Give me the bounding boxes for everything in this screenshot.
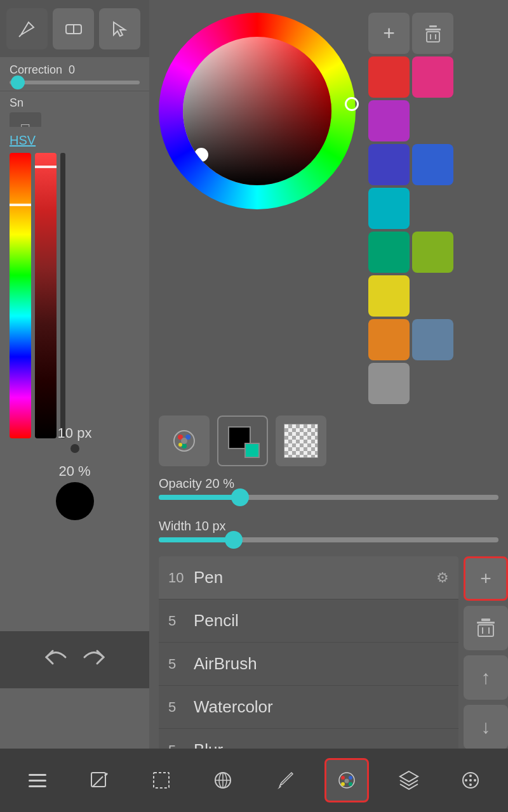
color-swatch-teal[interactable] [368,232,410,273]
color-swatch-cyan[interactable] [368,188,410,229]
selection-btn[interactable] [139,758,184,802]
px-display: 10 px [0,425,149,442]
foreground-bg-mode-btn[interactable] [217,416,268,466]
undo-btn[interactable] [43,645,69,675]
width-label: Width 10 px [159,519,498,534]
opacity-fill [159,495,240,500]
svg-point-35 [469,779,472,782]
move-down-brush-btn[interactable]: ↓ [464,705,508,749]
eraser-tool-btn[interactable] [53,8,94,49]
redo-btn[interactable] [81,645,107,675]
svg-point-33 [345,779,349,783]
svg-rect-3 [429,25,437,27]
bottom-toolbar [0,749,508,812]
hsv-section: HSV [0,127,149,445]
brush-row-watercolor[interactable]: 5 Watercolor [159,686,458,729]
sat-slider[interactable] [35,153,57,438]
width-slider[interactable] [159,537,498,542]
color-swatch-left[interactable] [56,482,94,520]
edit-btn[interactable] [77,758,121,802]
hsv-sliders [10,153,140,438]
svg-rect-4 [427,32,439,42]
color-swatch-red[interactable] [368,56,410,98]
main-area: + [149,0,508,752]
percent-label: 20 % [58,463,90,479]
color-swatches-panel: + [368,13,453,404]
pointer-tool-btn[interactable] [99,8,140,49]
swatch-row-3b [368,275,453,317]
color-tool-btn[interactable] [324,758,369,802]
svg-point-32 [349,782,352,786]
color-swatch-pink[interactable] [412,56,453,98]
menu-btn[interactable] [15,758,60,802]
svg-rect-15 [478,625,493,636]
add-color-btn[interactable]: + [368,13,410,54]
settings-btn[interactable] [448,758,493,802]
layers-btn[interactable] [387,758,431,802]
pen-tool-btn[interactable] [6,8,48,49]
dot-preview [70,444,79,453]
snap-label: Sn [10,96,23,109]
brush-name-pen: Pen [194,568,436,587]
svg-rect-20 [29,785,46,787]
color-swatch-lime[interactable] [412,232,453,273]
svg-line-22 [93,776,103,787]
brush-name-watercolor: Watercolor [194,697,449,717]
opacity-thumb[interactable] [231,488,249,506]
brush-num-pencil: 5 [168,613,194,629]
delete-color-btn[interactable] [412,13,453,54]
correction-slider[interactable] [10,81,140,84]
swatch-row-3 [368,232,453,273]
brush-num-pen: 10 [168,570,194,586]
width-fill [159,537,234,542]
brush-row-pen[interactable]: 10 Pen ⚙ [159,556,458,599]
width-thumb[interactable] [225,531,243,549]
undo-redo-bar [0,631,149,688]
color-square[interactable] [183,37,331,185]
color-swatch-purple[interactable] [368,100,410,141]
swatch-row-2b [368,188,453,229]
color-sq-thumb[interactable] [194,148,208,162]
svg-rect-14 [481,619,490,621]
color-ring-thumb[interactable] [345,97,359,111]
brush-name-pencil: Pencil [194,611,449,631]
color-swatch-yellow[interactable] [368,275,410,317]
add-brush-btn[interactable]: + [464,556,508,601]
brush-row-pencil[interactable]: 5 Pencil [159,599,458,643]
hsv-label[interactable]: HSV [10,133,140,148]
correction-label: Correction 0 [10,63,140,77]
svg-point-36 [469,775,472,777]
move-up-brush-btn[interactable]: ↑ [464,655,508,700]
svg-point-39 [474,779,476,782]
svg-point-30 [349,776,352,780]
color-wheel-section: + [149,0,508,410]
color-swatch-blue[interactable] [368,144,410,185]
color-swatch-steelblue[interactable] [412,319,453,360]
opacity-slider[interactable] [159,495,498,500]
color-wheel-inner[interactable] [183,37,331,185]
svg-point-31 [341,782,345,786]
hue-thumb[interactable] [10,204,31,206]
sat-thumb[interactable] [35,166,57,168]
correction-slider-thumb[interactable] [11,75,25,89]
svg-point-11 [178,443,182,447]
brush-tool-btn[interactable] [263,758,307,802]
color-swatch-gray[interactable] [368,363,410,404]
transform-btn[interactable] [201,758,245,802]
delete-brush-btn[interactable] [464,606,508,650]
left-toolbar [0,0,149,57]
swatch-row-4b [368,363,453,404]
svg-rect-19 [29,780,46,782]
transparent-mode-btn[interactable] [276,416,326,466]
width-slider-section: Width 10 px [149,514,508,556]
palette-mode-btn[interactable] [159,416,210,466]
color-swatch-royalblue[interactable] [412,144,453,185]
color-mode-row [149,410,508,471]
hue-slider[interactable] [10,153,31,438]
brush-row-airbrush[interactable]: 5 AirBrush [159,643,458,686]
color-wheel[interactable] [159,13,356,209]
svg-rect-18 [29,774,46,776]
color-swatch-orange[interactable] [368,319,410,360]
gear-icon-pen[interactable]: ⚙ [436,570,449,586]
svg-point-10 [182,443,187,449]
